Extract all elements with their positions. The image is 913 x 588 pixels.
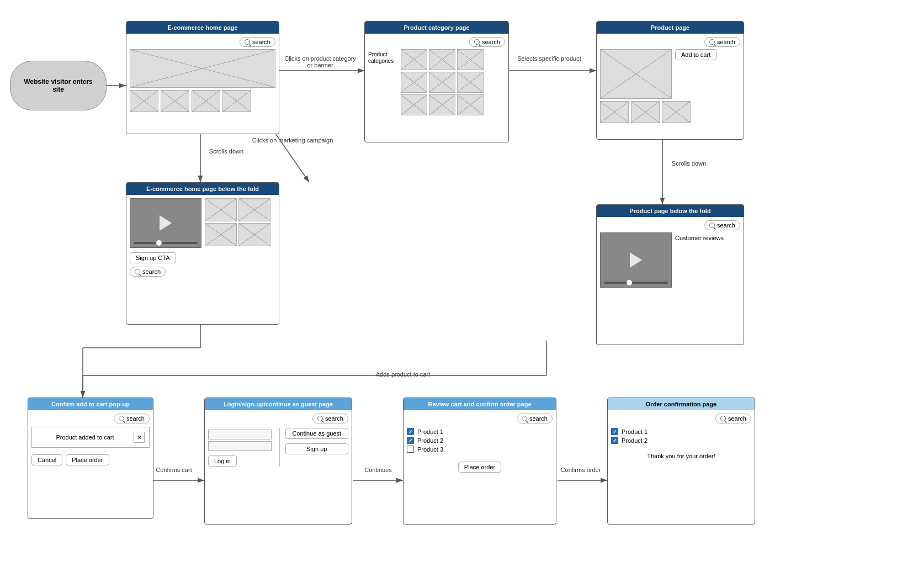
label-scrolls-down2: Scrolls down (667, 160, 711, 167)
continue-guest-btn[interactable]: Continue as guest (285, 428, 349, 439)
product-main-img (600, 49, 672, 99)
login-input2[interactable] (208, 441, 272, 451)
login-search[interactable]: search (312, 414, 348, 423)
category-page-box: Product category page search Product cat… (364, 21, 509, 142)
entry-label: Website visitor enters site (18, 78, 98, 93)
cart-item3: Product 3 (407, 446, 553, 453)
checkbox1[interactable] (407, 428, 414, 435)
category-search-icon (474, 39, 480, 45)
product-added-text: Product added to cart (36, 434, 134, 441)
login-page-header: Login/sign-up/continue as guest page (205, 398, 352, 410)
product-page-header: Product page (597, 22, 744, 34)
order-search-icon (720, 416, 726, 421)
label-clicks-category: Clicks on product category or banner (282, 55, 359, 68)
home-small-imgs (130, 90, 275, 112)
order-search[interactable]: search (715, 414, 751, 423)
order-item2: Product 2 (611, 437, 751, 444)
close-btn[interactable]: ✕ (134, 432, 145, 443)
order-confirm-box: Order confirmation page search Product 1… (607, 398, 755, 525)
confirm-cart-box: Confirm add to cart pop-up search Produc… (28, 398, 153, 519)
home-page-header: E-commerce home page (126, 22, 279, 34)
login-search-icon (317, 416, 323, 421)
category-page-header: Product category page (365, 22, 508, 34)
checkbox2[interactable] (407, 437, 414, 444)
product-below-search-icon (709, 223, 715, 228)
diagram-container: Website visitor enters site Clicks on pr… (0, 0, 913, 588)
product-play-icon (630, 252, 642, 268)
category-search[interactable]: search (469, 37, 505, 47)
order-item1: Product 1 (611, 428, 751, 435)
login-btn[interactable]: Log in (208, 455, 237, 467)
place-order-btn[interactable]: Place order (66, 454, 109, 465)
entry-node: Website visitor enters site (10, 61, 107, 110)
home-below-box: E-commerce home page below the fold (126, 182, 279, 325)
label-continues: Continues (356, 467, 400, 473)
product-search-icon (709, 39, 715, 45)
cart-item1: Product 1 (407, 428, 553, 435)
cart-item2: Product 2 (407, 437, 553, 444)
product-video-progress (604, 282, 668, 284)
home-search[interactable]: search (240, 37, 275, 47)
home-page-box: E-commerce home page search (126, 21, 279, 134)
confirm-search[interactable]: search (114, 414, 150, 423)
login-page-box: Login/sign-up/continue as guest page sea… (204, 398, 352, 525)
order-checkbox2 (611, 437, 618, 444)
product-search[interactable]: search (704, 37, 740, 47)
home-search-icon (245, 39, 250, 45)
order-confirm-header: Order confirmation page (608, 398, 755, 410)
home-banner-img (130, 49, 275, 88)
product-video-dot (627, 280, 632, 285)
review-cart-box: Review cart and confirm order page searc… (403, 398, 556, 525)
product-video (600, 232, 672, 288)
label-adds-cart: Adds product to cart (265, 371, 541, 378)
product-below-box: Product page below the fold search Custo… (596, 204, 744, 345)
video-dot (156, 240, 162, 246)
home-below-search[interactable]: search (130, 267, 166, 277)
home-below-header: E-commerce home page below the fold (126, 183, 279, 195)
cancel-btn[interactable]: Cancel (31, 454, 62, 465)
label-scrolls-down1: Scrolls down (204, 148, 248, 155)
customer-reviews-label: Customer reviews (675, 232, 724, 241)
product-below-header: Product page below the fold (597, 205, 744, 217)
video-progress (134, 242, 198, 244)
category-label: Product categories (368, 49, 399, 65)
home-video (130, 198, 201, 248)
thank-you-text: Thank you for your order! (611, 453, 751, 459)
add-to-cart-btn[interactable]: Add to cart (675, 49, 716, 60)
product-thumb-row (600, 101, 740, 123)
sign-up-btn[interactable]: Sign up (285, 443, 349, 454)
label-selects-product: Selects specific product (513, 55, 585, 62)
review-cart-header: Review cart and confirm order page (404, 398, 556, 410)
review-search-icon (522, 416, 527, 421)
product-below-search[interactable]: search (704, 220, 740, 230)
order-checkbox1 (611, 428, 618, 435)
label-clicks-marketing: Clicks on marketing campaign (243, 137, 342, 144)
label-confirms-order: Confirms order (559, 467, 603, 473)
review-search[interactable]: search (517, 414, 553, 423)
home-below-search-icon (135, 269, 140, 274)
signup-cta-btn[interactable]: Sign up CTA (130, 252, 176, 263)
product-page-box: Product page search Add to cart (596, 21, 744, 140)
review-place-order-btn[interactable]: Place order (458, 462, 501, 473)
confirm-cart-header: Confirm add to cart pop-up (28, 398, 153, 410)
login-input1[interactable] (208, 430, 272, 439)
label-confirms-cart: Confirms cart (152, 467, 196, 473)
confirm-search-icon (119, 416, 124, 421)
play-icon (160, 215, 172, 231)
checkbox3[interactable] (407, 446, 414, 453)
